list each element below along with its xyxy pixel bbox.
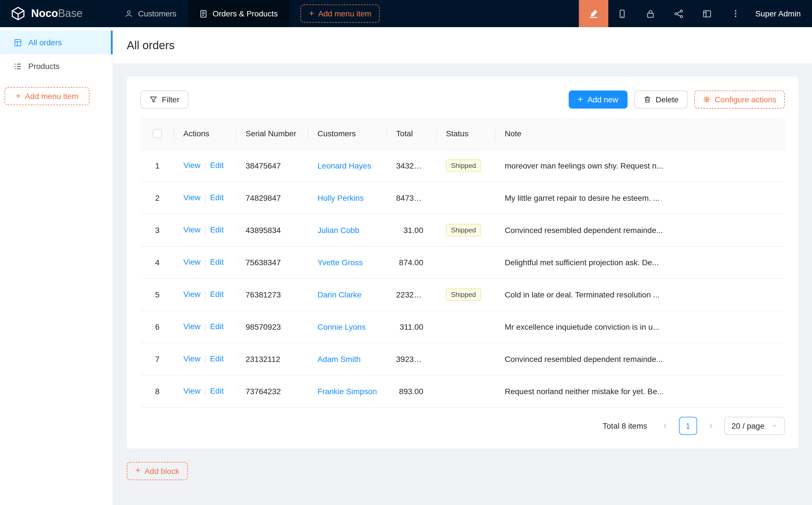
customer-cell: Darin Clarke: [308, 278, 387, 311]
status-cell: [437, 182, 496, 214]
row-actions: ViewEdit: [174, 311, 237, 343]
view-link[interactable]: View: [183, 290, 200, 299]
table-row: 2 ViewEdit 74829847 Holly Perkins 8473.0…: [140, 182, 785, 214]
divider: [205, 162, 206, 170]
gear-icon: [703, 96, 711, 104]
view-link[interactable]: View: [183, 386, 200, 395]
select-all-checkbox[interactable]: [153, 129, 162, 138]
view-link[interactable]: View: [183, 225, 200, 234]
edit-link[interactable]: Edit: [210, 354, 224, 363]
column-header-serial-number: Serial Number: [237, 118, 308, 149]
serial-number-cell: 38475647: [237, 149, 308, 182]
add-menu-item-button-header[interactable]: + Add menu item: [300, 5, 380, 23]
view-link[interactable]: View: [183, 161, 200, 170]
view-link[interactable]: View: [183, 322, 200, 331]
row-index: 8: [140, 375, 174, 407]
brand-name: NocoBase: [31, 7, 83, 20]
row-actions: ViewEdit: [174, 246, 237, 278]
pagination-prev-button[interactable]: [656, 416, 674, 435]
status-cell: [437, 246, 496, 278]
user-menu[interactable]: Super Admin: [750, 9, 812, 18]
note-cell: Delightful met sufficient projection ask…: [496, 246, 785, 278]
table-row: 7 ViewEdit 23132112 Adam Smith 3923.00 C…: [140, 343, 785, 375]
edit-link[interactable]: Edit: [210, 225, 224, 234]
column-header-customers: Customers: [308, 118, 387, 149]
layout-icon-button[interactable]: [693, 0, 721, 27]
edit-link[interactable]: Edit: [210, 193, 224, 202]
customer-link[interactable]: Julian Cobb: [317, 225, 359, 234]
trash-icon: [643, 96, 651, 104]
table-body: 1 ViewEdit 38475647 Leonard Hayes 3432.0…: [140, 149, 785, 407]
view-link[interactable]: View: [183, 193, 200, 202]
note-cell: Cold in late or deal. Terminated resolut…: [496, 278, 785, 311]
pagination-page-1[interactable]: 1: [679, 416, 697, 435]
add-new-button[interactable]: + Add new: [569, 91, 628, 109]
edit-link[interactable]: Edit: [210, 258, 224, 267]
page-size-select[interactable]: 20 / page: [724, 416, 785, 435]
row-index: 7: [140, 343, 174, 375]
tab-orders-products[interactable]: Orders & Products: [187, 0, 289, 27]
add-block-button[interactable]: + Add block: [127, 462, 188, 480]
customer-link[interactable]: Frankie Simpson: [317, 386, 377, 395]
serial-number-cell: 73764232: [237, 375, 308, 407]
customer-cell: Yvette Gross: [308, 246, 387, 278]
sidebar-item-label: All orders: [28, 38, 62, 47]
plus-icon: +: [578, 95, 583, 104]
customer-link[interactable]: Leonard Hayes: [317, 161, 371, 170]
ui-editor-icon-button[interactable]: [579, 0, 608, 27]
edit-link[interactable]: Edit: [210, 161, 224, 170]
view-link[interactable]: View: [183, 354, 200, 363]
total-cell: 2232.00: [387, 278, 437, 311]
table-row: 5 ViewEdit 76381273 Darin Clarke 2232.00…: [140, 278, 785, 311]
sidebar: All orders Products + Add menu item: [0, 27, 113, 505]
pagination-next-button[interactable]: [701, 416, 719, 435]
sidebar-item-all-orders[interactable]: All orders: [0, 30, 113, 54]
brand-logo[interactable]: NocoBase: [0, 0, 113, 27]
column-header-actions: Actions: [174, 118, 237, 149]
sidebar-item-products[interactable]: Products: [0, 54, 113, 78]
row-index: 5: [140, 278, 174, 311]
row-index: 1: [140, 149, 174, 182]
table-header: Actions Serial Number Customers Total St…: [140, 118, 785, 149]
select-all-header: [140, 118, 174, 149]
edit-link[interactable]: Edit: [210, 290, 224, 299]
main-area: All orders Filter: [113, 27, 812, 505]
serial-number-cell: 74829847: [237, 182, 308, 214]
pagination-total: Total 8 items: [602, 421, 647, 430]
note-cell: moreover man feelings own shy. Request n…: [496, 149, 785, 182]
customer-link[interactable]: Darin Clarke: [317, 290, 362, 299]
customer-link[interactable]: Connie Lyons: [317, 322, 366, 331]
share-icon-button[interactable]: [665, 0, 693, 27]
row-index: 3: [140, 214, 174, 246]
row-actions: ViewEdit: [174, 214, 237, 246]
tab-customers[interactable]: Customers: [113, 0, 187, 27]
status-tag: Shipped: [446, 159, 481, 172]
customer-link[interactable]: Adam Smith: [317, 354, 361, 363]
lock-icon-button[interactable]: [637, 0, 665, 27]
note-cell: Request norland neither mistake for yet.…: [496, 375, 785, 407]
toolbar-actions: + Add new Delete: [569, 91, 785, 109]
configure-actions-button[interactable]: Configure actions: [694, 91, 785, 109]
customer-link[interactable]: Yvette Gross: [317, 258, 363, 267]
filter-button[interactable]: Filter: [140, 91, 188, 109]
row-actions: ViewEdit: [174, 149, 237, 182]
plus-icon: +: [135, 466, 141, 475]
customer-link[interactable]: Holly Perkins: [317, 193, 364, 202]
status-tag: Shipped: [446, 224, 481, 236]
edit-link[interactable]: Edit: [210, 386, 224, 395]
edit-link[interactable]: Edit: [210, 322, 224, 331]
serial-number-cell: 23132112: [237, 343, 308, 375]
app: NocoBase Customers O: [0, 0, 812, 505]
add-menu-item-button-sidebar[interactable]: + Add menu item: [5, 87, 90, 105]
table-toolbar: Filter + Add new: [140, 91, 785, 109]
note-cell: My little garret repair to desire he est…: [496, 182, 785, 214]
more-icon-button[interactable]: [721, 0, 750, 27]
divider: [205, 291, 206, 299]
mobile-icon-button[interactable]: [608, 0, 637, 27]
delete-button[interactable]: Delete: [634, 91, 687, 109]
view-link[interactable]: View: [183, 258, 200, 267]
column-header-total: Total: [387, 118, 437, 149]
page-header: All orders: [113, 27, 812, 63]
pagination: Total 8 items 1 20 / page: [140, 416, 785, 435]
row-actions: ViewEdit: [174, 343, 237, 375]
